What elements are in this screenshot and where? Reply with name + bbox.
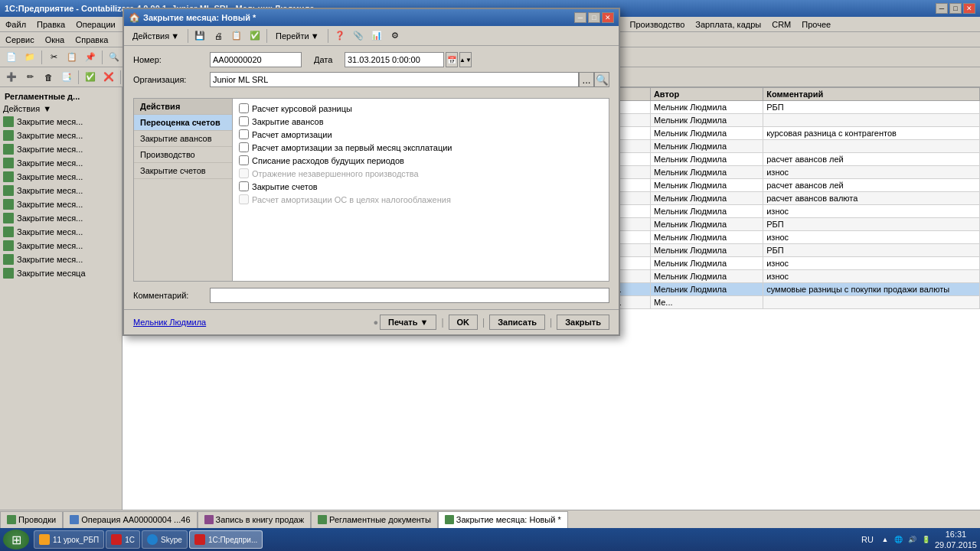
org-browse-btn[interactable]: ...	[579, 72, 594, 87]
modal-sep-3	[328, 29, 328, 43]
number-label: Номер:	[133, 55, 210, 64]
org-row: Организация: ... 🔍	[133, 72, 609, 87]
action-check-0[interactable]	[239, 103, 249, 113]
org-label: Организация:	[133, 75, 210, 84]
action-check-7[interactable]	[239, 194, 249, 204]
modal-actions-panel: Расчет курсовой разницы Закрытие авансов…	[233, 98, 609, 282]
print-dropdown-arrow: ▼	[420, 318, 429, 327]
action-check-5[interactable]	[239, 168, 249, 178]
modal-author[interactable]: Мельник Людмила	[133, 318, 206, 327]
print-dot: ●	[373, 318, 378, 327]
sidebar-item-revaluation[interactable]: Переоценка счетов	[134, 115, 232, 131]
modal-extra3-btn[interactable]: ⚙	[387, 28, 403, 44]
modal-save-btn[interactable]: 💾	[191, 28, 208, 44]
action-row-2: Расчет амортизации	[239, 129, 603, 139]
comment-row: Комментарий:	[133, 288, 609, 303]
date-calendar-btn[interactable]: 📅	[446, 52, 458, 67]
modal-extra2-btn[interactable]: 📊	[368, 28, 385, 44]
footer-sep-3: |	[550, 317, 552, 328]
modal-close[interactable]: ✕	[602, 12, 614, 23]
ok-button[interactable]: OK	[449, 315, 479, 330]
action-row-6: Закрытие счетов	[239, 181, 603, 191]
sidebar-item-closing[interactable]: Закрытие счетов	[134, 163, 232, 179]
sidebar-item-production[interactable]: Производство	[134, 147, 232, 163]
action-row-7: Расчет амортизации ОС в целях налогообла…	[239, 194, 603, 204]
modal-extra1-btn[interactable]: 📎	[350, 28, 367, 44]
close-dialog-button[interactable]: Закрыть	[557, 315, 609, 330]
modal-title-bar: 🏠 Закрытие месяца: Новый * ─ □ ✕	[124, 9, 619, 26]
action-label-6: Закрытие счетов	[252, 182, 318, 191]
action-check-1[interactable]	[239, 116, 249, 126]
org-input[interactable]	[210, 72, 579, 87]
action-label-1: Закрытие авансов	[252, 117, 324, 126]
modal-copy-btn[interactable]: 📋	[228, 28, 245, 44]
modal-maximize[interactable]: □	[588, 12, 600, 23]
modal-actions-btn[interactable]: Действия ▼	[127, 30, 185, 42]
action-label-5: Отражение незавершенного производства	[252, 169, 419, 178]
action-label-4: Списание расходов будущих периодов	[252, 156, 404, 165]
action-row-1: Закрытие авансов	[239, 116, 603, 126]
footer-sep-2: |	[482, 317, 485, 328]
modal-actions-arrow: ▼	[171, 31, 179, 41]
modal-help-btn[interactable]: ❓	[332, 28, 348, 44]
modal-goto-btn[interactable]: Перейти ▼	[270, 30, 324, 42]
date-input[interactable]	[345, 52, 444, 67]
action-row-5: Отражение незавершенного производства	[239, 168, 603, 178]
date-spin-up[interactable]: ▲▼	[459, 52, 472, 67]
modal-form: Номер: Дата 📅 ▲▼ Организация: ... 🔍	[124, 46, 619, 98]
action-check-2[interactable]	[239, 129, 249, 139]
action-label-7: Расчет амортизации ОС в целях налогообла…	[252, 195, 451, 204]
comment-label: Комментарий:	[133, 291, 210, 300]
action-label-3: Расчет амортизации за первый месяц экспл…	[252, 143, 452, 152]
modal-sep-2	[266, 29, 267, 43]
action-row-3: Расчет амортизации за первый месяц экспл…	[239, 142, 603, 152]
save-button[interactable]: Записать	[489, 315, 545, 330]
action-label-0: Расчет курсовой разницы	[252, 104, 352, 113]
modal-post-btn[interactable]: ✅	[247, 28, 263, 44]
modal-title: Закрытие месяца: Новый *	[143, 13, 256, 22]
modal-footer: Мельник Людмила ● Печать ▼ | OK |	[124, 309, 619, 334]
comment-input[interactable]	[210, 288, 609, 303]
org-search-btn[interactable]: 🔍	[594, 72, 609, 87]
footer-buttons: ● Печать ▼ | OK | Записать |	[373, 315, 609, 330]
print-btn-container: ● Печать ▼	[373, 315, 436, 330]
modal-overlay: 🏠 Закрытие месяца: Новый * ─ □ ✕ Действи…	[0, 0, 980, 551]
modal-body: Действия Переоценка счетов Закрытие аван…	[133, 98, 609, 282]
action-check-4[interactable]	[239, 155, 249, 165]
modal-dialog: 🏠 Закрытие месяца: Новый * ─ □ ✕ Действи…	[122, 8, 620, 336]
date-input-wrap: 📅 ▲▼	[345, 52, 472, 67]
footer-sep-1: |	[441, 317, 443, 328]
action-check-3[interactable]	[239, 142, 249, 152]
sidebar-item-actions-header: Действия	[134, 99, 232, 115]
modal-toolbar: Действия ▼ 💾 🖨 📋 ✅ Перейти ▼ ❓ 📎 📊 ⚙	[124, 26, 619, 46]
print-with-arrow: Печать ▼	[380, 315, 436, 330]
action-check-6[interactable]	[239, 181, 249, 191]
modal-title-buttons: ─ □ ✕	[574, 12, 614, 23]
sidebar-item-advances[interactable]: Закрытие авансов	[134, 131, 232, 147]
action-row-4: Списание расходов будущих периодов	[239, 155, 603, 165]
modal-print-btn[interactable]: 🖨	[210, 28, 227, 44]
print-button[interactable]: Печать ▼	[380, 315, 436, 330]
modal-minimize[interactable]: ─	[574, 12, 586, 23]
number-input[interactable]	[210, 52, 302, 67]
date-label: Дата	[314, 55, 345, 64]
modal-goto-arrow: ▼	[311, 31, 319, 41]
number-row: Номер: Дата 📅 ▲▼	[133, 52, 609, 67]
modal-sidebar: Действия Переоценка счетов Закрытие аван…	[133, 98, 233, 282]
action-label-2: Расчет амортизации	[252, 130, 332, 139]
modal-sep-1	[188, 29, 188, 43]
action-row-0: Расчет курсовой разницы	[239, 103, 603, 113]
